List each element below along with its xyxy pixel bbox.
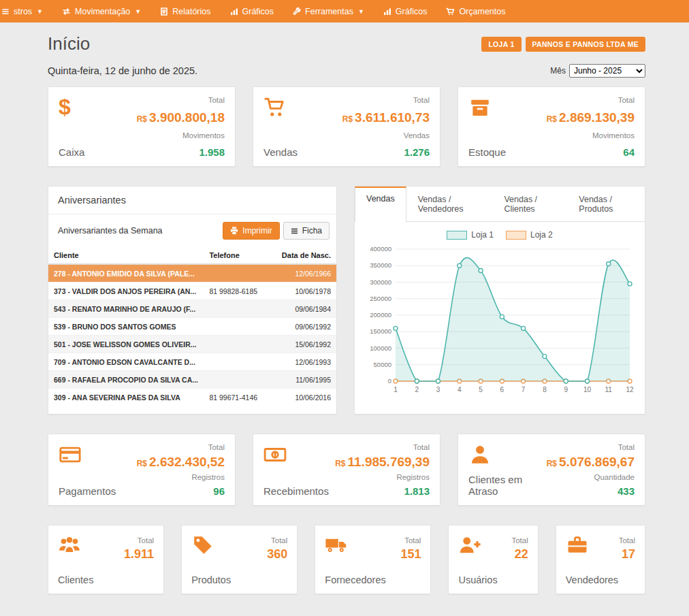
svg-text:200000: 200000: [370, 311, 391, 319]
svg-text:9: 9: [564, 386, 568, 393]
pagamentos-label: Pagamentos: [59, 485, 116, 497]
estoque-total: R$2.869.130,39: [547, 111, 635, 125]
user-plus-icon: [458, 534, 481, 557]
tab-vendas-vendedores[interactable]: Vendas / Vendedores: [406, 187, 493, 221]
svg-text:2: 2: [415, 386, 419, 393]
month-label: Mês: [550, 66, 566, 76]
count-label: Quantidade: [547, 473, 635, 481]
print-button[interactable]: Imprimir: [223, 222, 279, 240]
store-badge[interactable]: LOJA 1: [481, 37, 521, 52]
count-label: Movimentos: [547, 131, 635, 140]
svg-text:7: 7: [522, 386, 526, 393]
briefcase-icon: [566, 534, 589, 557]
nav-item-label: Gráficos: [242, 7, 274, 16]
total-label: Total: [342, 96, 430, 104]
nav-item-orcamentos[interactable]: Orçamentos: [445, 0, 507, 22]
list-icon: [291, 227, 298, 235]
box-icon: [468, 96, 492, 119]
truck-icon: [325, 534, 348, 557]
total-label: Total: [335, 443, 430, 451]
svg-text:100000: 100000: [370, 344, 391, 352]
tab-vendas-produtos[interactable]: Vendas / Produtos: [567, 187, 645, 221]
table-row[interactable]: 539 - BRUNO DOS SANTOS GOMES09/06/1992: [48, 318, 336, 336]
sales-area-chart: 0500001000001500002000002500003000003500…: [364, 244, 635, 408]
usuarios-card: Total 22 Usuários: [448, 525, 538, 594]
svg-text:150000: 150000: [370, 327, 391, 335]
table-row[interactable]: 543 - RENATO MARINHO DE ARAUJO (F...09/0…: [48, 300, 336, 318]
tag-icon: [191, 534, 214, 557]
nav-item-movimentacao[interactable]: Movimentação ▼: [61, 0, 142, 22]
exchange-icon: [62, 7, 71, 16]
table-row[interactable]: 709 - ANTONIO EDSON CAVALCANTE D...12/06…: [48, 353, 336, 371]
table-row[interactable]: 373 - VALDIR DOS ANJOS PEREIRA (AN...81 …: [48, 282, 336, 300]
produtos-card: Total 360 Produtos: [181, 525, 298, 594]
col-header-telefone: Telefone: [204, 247, 276, 264]
caixa-card: $ Caixa Total R$3.900.800,18 Movimentos …: [48, 86, 236, 167]
svg-text:350000: 350000: [370, 261, 391, 269]
sales-tabs: Vendas Vendas / Vendedores Vendas / Clie…: [355, 187, 645, 222]
caixa-total: R$3.900.800,18: [137, 111, 225, 125]
count-label: Registros: [137, 473, 225, 481]
person-icon: [468, 443, 492, 466]
panel-title: Aniversariantes: [48, 187, 336, 214]
clientes-atraso-count: 433: [547, 485, 635, 497]
fornecedores-card: Total 151 Fornecedores: [315, 525, 431, 594]
estoque-count: 64: [547, 146, 635, 158]
total-label: Total: [511, 536, 528, 545]
caixa-label: Caixa: [59, 146, 84, 158]
usuarios-label: Usuários: [458, 574, 528, 585]
usuarios-count: 22: [511, 547, 528, 562]
nav-item-label: Gráficos: [396, 7, 428, 16]
recebimentos-card: Recebimentos Total R$11.985.769,39 Regis…: [253, 434, 440, 506]
cart-icon: [446, 7, 455, 16]
table-row[interactable]: 309 - ANA SEVERINA PAES DA SILVA81 99671…: [48, 389, 336, 406]
produtos-label: Produtos: [191, 574, 287, 585]
svg-text:5: 5: [479, 386, 483, 393]
report-icon: [160, 7, 168, 16]
nav-item-cadastros[interactable]: stros ▼: [0, 0, 44, 22]
nav-item-label: Ferramentas: [305, 7, 353, 16]
nav-item-ferramentas[interactable]: Ferramentas ▼: [291, 0, 366, 22]
vendas-label: Vendas: [263, 146, 298, 158]
company-badge[interactable]: PANNOS E PANNOS LTDA ME: [526, 37, 645, 52]
caret-down-icon: ▼: [37, 8, 43, 15]
col-header-nascimento: Data de Nasc.: [276, 247, 336, 264]
loja2-swatch: [506, 231, 526, 240]
nav-item-relatorios[interactable]: Relatórios: [159, 0, 212, 22]
list-icon: [1, 7, 10, 16]
svg-text:3: 3: [436, 386, 440, 393]
table-row[interactable]: 501 - JOSE WELISSON GOMES OLIVEIR...15/0…: [48, 336, 336, 353]
total-label: Total: [138, 536, 154, 545]
total-label: Total: [137, 96, 225, 104]
legend-loja2: Loja 2: [506, 230, 553, 240]
users-icon: [58, 534, 81, 557]
svg-text:10: 10: [583, 386, 592, 393]
nav-item-graficos-2[interactable]: Gráficos: [382, 0, 429, 22]
svg-text:12: 12: [626, 386, 634, 393]
caret-down-icon: ▼: [135, 8, 141, 15]
sales-chart-panel: Vendas Vendas / Vendedores Vendas / Clie…: [354, 186, 645, 415]
svg-text:0: 0: [388, 377, 391, 385]
current-date: Quinta-feira, 12 de junho de 2025.: [48, 65, 197, 76]
panel-subtitle: Aniversariantes da Semana: [58, 226, 163, 236]
pagamentos-total: R$2.632.430,52: [137, 455, 225, 470]
top-navbar: stros ▼ Movimentação ▼ Relatórios Gráfic…: [0, 0, 689, 22]
ficha-button[interactable]: Ficha: [283, 222, 330, 240]
vendas-count: 1.276: [342, 146, 430, 158]
month-select[interactable]: Junho - 2025: [569, 64, 645, 78]
table-row[interactable]: 278 - ANTONIO EMIDIO DA SILVA (PALE...12…: [48, 264, 336, 282]
tab-vendas[interactable]: Vendas: [355, 187, 406, 222]
clientes-atraso-card: Clientes em Atraso Total R$5.076.869,67 …: [458, 434, 645, 506]
dollar-icon: $: [59, 96, 84, 118]
vendas-total: R$3.611.610,73: [342, 111, 430, 125]
svg-text:1: 1: [394, 386, 398, 393]
nav-item-graficos[interactable]: Gráficos: [229, 0, 276, 22]
wrench-icon: [293, 7, 301, 16]
estoque-label: Estoque: [468, 146, 506, 158]
table-row[interactable]: 669 - RAFAELA PROCOPIO DA SILVA CA...11/…: [48, 371, 336, 389]
vendedores-card: Total 17 Vendedores: [556, 525, 645, 594]
credit-card-icon: [59, 443, 82, 466]
total-label: Total: [547, 443, 635, 451]
fornecedores-count: 151: [400, 547, 421, 562]
tab-vendas-clientes[interactable]: Vendas / Clientes: [492, 187, 567, 221]
